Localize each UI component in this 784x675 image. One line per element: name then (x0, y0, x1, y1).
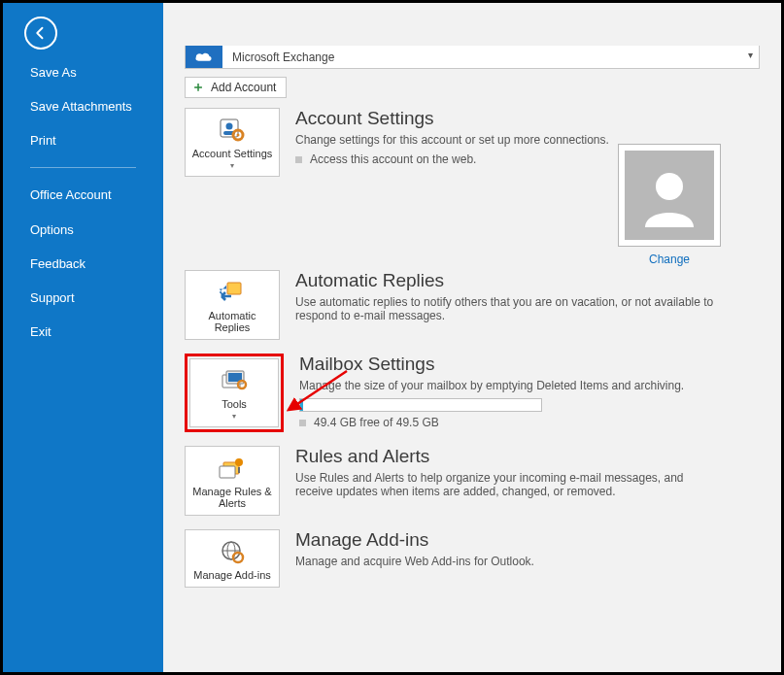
change-photo-link[interactable]: Change (618, 253, 721, 266)
svg-point-9 (238, 381, 246, 388)
section-title: Rules and Alerts (295, 446, 760, 467)
section-desc: Use automatic replies to notify others t… (295, 295, 723, 322)
tools-highlight-annotation: Tools ▾ (185, 354, 284, 432)
profile-photo-block: Change (618, 144, 721, 266)
sidebar-label: Save As (30, 65, 77, 80)
automatic-replies-tile[interactable]: Automatic Replies (185, 270, 280, 340)
sidebar-label: Feedback (30, 256, 85, 271)
rules-alerts-tile[interactable]: Manage Rules & Alerts (185, 446, 280, 516)
sidebar-label: Options (30, 222, 74, 237)
tile-label: Automatic Replies (189, 310, 275, 333)
account-settings-tile[interactable]: Account Settings ▾ (185, 108, 280, 177)
sidebar-item-support[interactable]: Support (3, 281, 163, 315)
sidebar-label: Print (30, 133, 56, 148)
tools-icon (219, 367, 250, 394)
tile-label: Account Settings (192, 148, 273, 159)
sidebar-separator (30, 167, 136, 168)
sidebar-label: Save Attachments (30, 99, 132, 114)
back-arrow-icon (32, 24, 50, 42)
svg-point-1 (226, 123, 233, 130)
svg-point-18 (656, 173, 683, 200)
tile-label: Manage Rules & Alerts (189, 486, 275, 509)
chevron-down-icon: ▾ (232, 412, 236, 421)
backstage-sidebar: Save As Save Attachments Print Office Ac… (3, 3, 163, 672)
main-panel: Microsoft Exchange ▾ ＋ Add Account (163, 3, 781, 672)
sidebar-item-exit[interactable]: Exit (3, 315, 163, 349)
sidebar-label: Exit (30, 324, 51, 339)
chevron-down-icon: ▾ (748, 50, 753, 60)
mailbox-storage-bar (299, 398, 542, 412)
sidebar-label: Support (30, 290, 75, 305)
svg-point-12 (235, 458, 243, 466)
svg-rect-11 (220, 466, 235, 478)
svg-point-4 (237, 134, 240, 137)
section-desc: Manage the size of your mailbox by empty… (299, 379, 727, 392)
manage-addins-tile[interactable]: Manage Add-ins (185, 529, 280, 588)
exchange-icon (186, 46, 222, 68)
tools-tile[interactable]: Tools ▾ (189, 358, 279, 427)
back-button[interactable] (24, 17, 57, 50)
backstage-view: Save As Save Attachments Print Office Ac… (0, 0, 784, 675)
profile-photo-placeholder-icon (625, 151, 714, 240)
automatic-replies-icon (217, 279, 248, 306)
storage-text: 49.4 GB free of 49.5 GB (314, 416, 439, 429)
section-title: Mailbox Settings (299, 354, 760, 375)
addins-icon (217, 538, 248, 565)
sidebar-item-feedback[interactable]: Feedback (3, 247, 163, 281)
section-title: Automatic Replies (295, 270, 760, 291)
add-account-label: Add Account (211, 81, 276, 94)
sidebar-label: Office Account (30, 187, 112, 202)
sidebar-item-options[interactable]: Options (3, 213, 163, 247)
bullet-icon (295, 156, 302, 163)
add-account-button[interactable]: ＋ Add Account (185, 77, 287, 98)
link-text: Access this account on the web. (310, 152, 476, 166)
svg-rect-5 (227, 283, 241, 294)
mailbox-storage-text: 49.4 GB free of 49.5 GB (299, 416, 760, 429)
bullet-icon (299, 420, 306, 426)
svg-point-17 (233, 553, 243, 562)
section-desc: Use Rules and Alerts to help organize yo… (295, 471, 723, 498)
svg-rect-13 (238, 467, 240, 473)
account-dropdown-label: Microsoft Exchange (222, 51, 334, 64)
plus-icon: ＋ (191, 81, 205, 94)
sidebar-item-saveattach[interactable]: Save Attachments (3, 89, 163, 123)
account-settings-icon (217, 117, 248, 144)
section-desc: Manage and acquire Web Add-ins for Outlo… (295, 555, 723, 568)
tile-label: Manage Add-ins (193, 569, 271, 581)
tile-label: Tools (222, 398, 247, 410)
section-title: Manage Add-ins (295, 529, 760, 551)
chevron-down-icon: ▾ (230, 161, 234, 170)
rules-alerts-icon (217, 455, 248, 482)
sidebar-item-officeacct[interactable]: Office Account (3, 178, 163, 213)
sidebar-item-print[interactable]: Print (3, 123, 163, 157)
sidebar-item-saveas[interactable]: Save As (3, 55, 163, 89)
account-dropdown[interactable]: Microsoft Exchange ▾ (185, 46, 760, 69)
mailbox-storage-fill (300, 399, 303, 411)
section-title: Account Settings (295, 108, 760, 129)
profile-photo-frame (618, 144, 721, 247)
